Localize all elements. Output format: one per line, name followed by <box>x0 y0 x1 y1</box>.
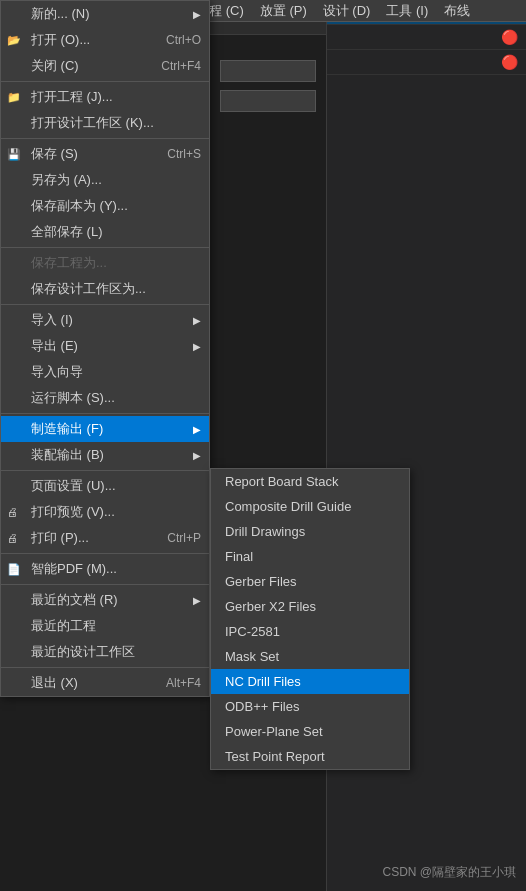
panel-item-3[interactable]: 🔴 <box>327 50 526 75</box>
exit-shortcut: Alt+F4 <box>146 676 201 690</box>
submenu-item-ipc-2581[interactable]: IPC-2581 <box>211 619 409 644</box>
menu-item-assembly-output[interactable]: 装配输出 (B) ▶ <box>1 442 209 468</box>
submenu-item-nc-drill-files[interactable]: NC Drill Files <box>211 669 409 694</box>
menu-item-smart-pdf[interactable]: 📄 智能PDF (M)... <box>1 556 209 582</box>
menu-item-recent-workspaces[interactable]: 最近的设计工作区 <box>1 639 209 665</box>
menu-item-save[interactable]: 💾 保存 (S) Ctrl+S <box>1 141 209 167</box>
submenu-item-report-board-stack[interactable]: Report Board Stack <box>211 469 409 494</box>
close-shortcut: Ctrl+F4 <box>141 59 201 73</box>
menu-item-import-label: 导入 (I) <box>31 311 73 329</box>
menu-item-open-label: 打开 (O)... <box>31 31 90 49</box>
submenu-item-gerber-x2-files[interactable]: Gerber X2 Files <box>211 594 409 619</box>
separator-7 <box>1 553 209 554</box>
menu-item-run-script[interactable]: 运行脚本 (S)... <box>1 385 209 411</box>
submenu-arrow-fab: ▶ <box>193 424 201 435</box>
project-icon: 📁 <box>7 91 21 104</box>
menu-item-print-preview-label: 打印预览 (V)... <box>31 503 115 521</box>
submenu-item-power-plane-set-label: Power-Plane Set <box>225 724 323 739</box>
menu-item-print-label: 打印 (P)... <box>31 529 89 547</box>
submenu-item-odb-files-label: ODB++ Files <box>225 699 299 714</box>
menu-item-recent-workspaces-label: 最近的设计工作区 <box>31 643 135 661</box>
submenu-item-power-plane-set[interactable]: Power-Plane Set <box>211 719 409 744</box>
submenu-item-nc-drill-files-label: NC Drill Files <box>225 674 301 689</box>
menu-item-close[interactable]: 关闭 (C) Ctrl+F4 <box>1 53 209 79</box>
submenu-item-mask-set-label: Mask Set <box>225 649 279 664</box>
menu-item-save-workspace[interactable]: 保存设计工作区为... <box>1 276 209 302</box>
menu-place[interactable]: 放置 (P) <box>252 0 315 22</box>
menu-item-recent-projects-label: 最近的工程 <box>31 617 96 635</box>
watermark: CSDN @隔壁家的王小琪 <box>382 864 516 881</box>
submenu-item-odb-files[interactable]: ODB++ Files <box>211 694 409 719</box>
menu-item-smart-pdf-label: 智能PDF (M)... <box>31 560 117 578</box>
pdf-icon: 📄 <box>7 563 21 576</box>
panel-item-icon-3: 🔴 <box>501 54 518 70</box>
menu-item-export[interactable]: 导出 (E) ▶ <box>1 333 209 359</box>
menu-item-import[interactable]: 导入 (I) ▶ <box>1 307 209 333</box>
search-area-1[interactable] <box>220 60 316 82</box>
submenu-arrow-assembly: ▶ <box>193 450 201 461</box>
menu-item-open-workspace-label: 打开设计工作区 (K)... <box>31 114 154 132</box>
print-icon: 🖨 <box>7 532 18 544</box>
submenu-item-test-point-report-label: Test Point Report <box>225 749 325 764</box>
menu-item-recent-docs[interactable]: 最近的文档 (R) ▶ <box>1 587 209 613</box>
menu-item-print[interactable]: 🖨 打印 (P)... Ctrl+P <box>1 525 209 551</box>
menu-item-open-project[interactable]: 📁 打开工程 (J)... <box>1 84 209 110</box>
menu-item-open[interactable]: 📂 打开 (O)... Ctrl+O <box>1 27 209 53</box>
file-menu: 新的... (N) ▶ 📂 打开 (O)... Ctrl+O 关闭 (C) Ct… <box>0 0 210 697</box>
menu-item-save-all-label: 全部保存 (L) <box>31 223 103 241</box>
menu-item-exit-label: 退出 (X) <box>31 674 78 692</box>
separator-4 <box>1 304 209 305</box>
save-shortcut: Ctrl+S <box>147 147 201 161</box>
separator-5 <box>1 413 209 414</box>
menu-item-save-all[interactable]: 全部保存 (L) <box>1 219 209 245</box>
submenu-arrow-export: ▶ <box>193 341 201 352</box>
menu-item-save-copy[interactable]: 保存副本为 (Y)... <box>1 193 209 219</box>
submenu-item-final-label: Final <box>225 549 253 564</box>
menu-item-page-setup[interactable]: 页面设置 (U)... <box>1 473 209 499</box>
menu-item-page-setup-label: 页面设置 (U)... <box>31 477 116 495</box>
submenu-arrow-new: ▶ <box>193 9 201 20</box>
submenu-item-gerber-files-label: Gerber Files <box>225 574 297 589</box>
menu-item-save-as-label: 另存为 (A)... <box>31 171 102 189</box>
print-shortcut: Ctrl+P <box>147 531 201 545</box>
separator-2 <box>1 138 209 139</box>
menu-item-save-as[interactable]: 另存为 (A)... <box>1 167 209 193</box>
submenu-item-gerber-x2-files-label: Gerber X2 Files <box>225 599 316 614</box>
menu-item-recent-docs-label: 最近的文档 (R) <box>31 591 118 609</box>
menu-item-exit[interactable]: 退出 (X) Alt+F4 <box>1 670 209 696</box>
menu-item-save-workspace-label: 保存设计工作区为... <box>31 280 146 298</box>
menu-item-fab-output[interactable]: 制造输出 (F) ▶ <box>1 416 209 442</box>
print-preview-icon: 🖨 <box>7 506 18 518</box>
submenu-item-drill-drawings-label: Drill Drawings <box>225 524 305 539</box>
separator-9 <box>1 667 209 668</box>
menu-item-import-wizard[interactable]: 导入向导 <box>1 359 209 385</box>
submenu-item-report-board-stack-label: Report Board Stack <box>225 474 338 489</box>
open-shortcut: Ctrl+O <box>146 33 201 47</box>
submenu-arrow-recent-docs: ▶ <box>193 595 201 606</box>
menu-item-recent-projects[interactable]: 最近的工程 <box>1 613 209 639</box>
submenu-item-composite-drill-guide-label: Composite Drill Guide <box>225 499 351 514</box>
menu-item-new-label: 新的... (N) <box>31 5 90 23</box>
menu-tools[interactable]: 工具 (I) <box>378 0 436 22</box>
menu-design[interactable]: 设计 (D) <box>315 0 379 22</box>
open-icon: 📂 <box>7 34 21 47</box>
submenu-item-test-point-report[interactable]: Test Point Report <box>211 744 409 769</box>
submenu-arrow-import: ▶ <box>193 315 201 326</box>
submenu-item-drill-drawings[interactable]: Drill Drawings <box>211 519 409 544</box>
submenu-item-ipc-2581-label: IPC-2581 <box>225 624 280 639</box>
panel-item-2[interactable]: 🔴 <box>327 25 526 50</box>
menu-item-open-project-label: 打开工程 (J)... <box>31 88 113 106</box>
menu-item-save-label: 保存 (S) <box>31 145 78 163</box>
submenu-item-gerber-files[interactable]: Gerber Files <box>211 569 409 594</box>
menu-route[interactable]: 布线 <box>436 0 478 22</box>
menu-item-print-preview[interactable]: 🖨 打印预览 (V)... <box>1 499 209 525</box>
search-area-2[interactable] <box>220 90 316 112</box>
menu-item-save-copy-label: 保存副本为 (Y)... <box>31 197 128 215</box>
submenu-item-final[interactable]: Final <box>211 544 409 569</box>
submenu-item-composite-drill-guide[interactable]: Composite Drill Guide <box>211 494 409 519</box>
menu-item-run-script-label: 运行脚本 (S)... <box>31 389 115 407</box>
menu-item-new[interactable]: 新的... (N) ▶ <box>1 1 209 27</box>
menu-item-open-workspace[interactable]: 打开设计工作区 (K)... <box>1 110 209 136</box>
submenu-item-mask-set[interactable]: Mask Set <box>211 644 409 669</box>
menu-item-import-wizard-label: 导入向导 <box>31 363 83 381</box>
